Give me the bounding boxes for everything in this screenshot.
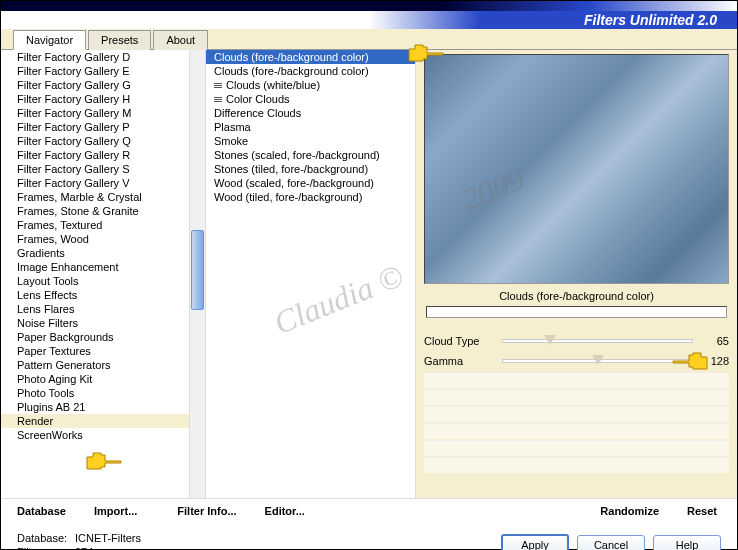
category-item[interactable]: Plugins AB 21 [1, 400, 189, 414]
filter-item-label: Clouds (fore-/background color) [214, 51, 369, 63]
category-item[interactable]: Filter Factory Gallery E [1, 64, 189, 78]
filter-item[interactable]: Color Clouds [206, 92, 415, 106]
tab-about[interactable]: About [153, 30, 208, 50]
filter-item-label: Color Clouds [226, 93, 290, 105]
tab-bar: NavigatorPresetsAbout [1, 29, 737, 50]
filter-item-label: Smoke [214, 135, 248, 147]
randomize-link[interactable]: Randomize [600, 505, 659, 517]
filters-count-label: Filters: [17, 545, 75, 550]
apply-button[interactable]: Apply [501, 534, 569, 550]
import-link[interactable]: Import... [94, 505, 137, 517]
filter-item[interactable]: Stones (scaled, fore-/background) [206, 148, 415, 162]
filter-item-label: Difference Clouds [214, 107, 301, 119]
slider-label: Gamma [424, 355, 494, 367]
filter-item-label: Plasma [214, 121, 251, 133]
category-item[interactable]: Image Enhancement [1, 260, 189, 274]
category-item[interactable]: Frames, Stone & Granite [1, 204, 189, 218]
filter-item[interactable]: Clouds (fore-/background color) [206, 50, 415, 64]
filter-item[interactable]: Difference Clouds [206, 106, 415, 120]
right-panel: Clouds (fore-/background color) Cloud Ty… [416, 50, 737, 498]
filter-item-label: Stones (scaled, fore-/background) [214, 149, 380, 161]
cancel-button[interactable]: Cancel [577, 535, 645, 550]
window-top-border [1, 1, 737, 11]
action-link-bar: Database Import... Filter Info... Editor… [1, 498, 737, 523]
filter-item-label: Clouds (fore-/background color) [214, 65, 369, 77]
category-item[interactable]: Lens Flares [1, 302, 189, 316]
category-item[interactable]: Frames, Wood [1, 232, 189, 246]
category-item[interactable]: Filter Factory Gallery D [1, 50, 189, 64]
category-item[interactable]: Filter Factory Gallery M [1, 106, 189, 120]
category-item[interactable]: ScreenWorks [1, 428, 189, 442]
slider-value: 128 [701, 355, 729, 367]
filter-info-link[interactable]: Filter Info... [177, 505, 236, 517]
filter-item-label: Wood (tiled, fore-/background) [214, 191, 362, 203]
database-info: Database: ICNET-Filters Filters: 974 [17, 531, 141, 550]
category-item[interactable]: Lens Effects [1, 288, 189, 302]
slider-empty-row [424, 389, 729, 405]
db-label: Database: [17, 531, 75, 545]
slider-label: Cloud Type [424, 335, 494, 347]
filter-item[interactable]: Clouds (fore-/background color) [206, 64, 415, 78]
category-item[interactable]: Filter Factory Gallery R [1, 148, 189, 162]
filter-item-label: Wood (scaled, fore-/background) [214, 177, 374, 189]
preset-icon [214, 83, 222, 88]
header-bar: Filters Unlimited 2.0 [1, 11, 737, 29]
category-item[interactable]: Filter Factory Gallery G [1, 78, 189, 92]
preview-image [424, 54, 729, 284]
filter-item[interactable]: Clouds (white/blue) [206, 78, 415, 92]
slider-empty-row [424, 423, 729, 439]
tab-presets[interactable]: Presets [88, 30, 151, 50]
slider-thumb[interactable] [544, 335, 556, 345]
category-item[interactable]: Filter Factory Gallery H [1, 92, 189, 106]
app-title: Filters Unlimited 2.0 [584, 12, 717, 28]
slider-empty-row [424, 372, 729, 388]
preset-icon [214, 97, 222, 102]
slider-empty-row [424, 440, 729, 456]
slider-thumb[interactable] [592, 355, 604, 365]
db-name: ICNET-Filters [75, 531, 141, 545]
filter-item[interactable]: Wood (tiled, fore-/background) [206, 190, 415, 204]
slider-track[interactable] [502, 359, 693, 363]
reset-link[interactable]: Reset [687, 505, 717, 517]
category-item[interactable]: Layout Tools [1, 274, 189, 288]
filter-item[interactable]: Smoke [206, 134, 415, 148]
slider-empty-row [424, 457, 729, 473]
filter-item[interactable]: Wood (scaled, fore-/background) [206, 176, 415, 190]
editor-link[interactable]: Editor... [265, 505, 305, 517]
category-item[interactable]: Frames, Textured [1, 218, 189, 232]
category-item[interactable]: Pattern Generators [1, 358, 189, 372]
scrollbar-thumb[interactable] [191, 230, 204, 310]
slider-value: 65 [701, 335, 729, 347]
category-item[interactable]: Frames, Marble & Crystal [1, 190, 189, 204]
category-item[interactable]: Filter Factory Gallery Q [1, 134, 189, 148]
filter-item[interactable]: Stones (tiled, fore-/background) [206, 162, 415, 176]
category-item[interactable]: Paper Backgrounds [1, 330, 189, 344]
slider-track[interactable] [502, 339, 693, 343]
category-item[interactable]: Render [1, 414, 189, 428]
preview-label: Clouds (fore-/background color) [424, 284, 729, 306]
category-item[interactable]: Filter Factory Gallery S [1, 162, 189, 176]
category-list[interactable]: Filter Factory Gallery DFilter Factory G… [1, 50, 189, 498]
help-button[interactable]: Help [653, 535, 721, 550]
category-item[interactable]: Paper Textures [1, 344, 189, 358]
slider-row: Cloud Type65 [424, 332, 729, 350]
slider-empty-row [424, 406, 729, 422]
category-scrollbar[interactable] [189, 50, 205, 498]
database-link[interactable]: Database [17, 505, 66, 517]
filters-count: 974 [75, 545, 93, 550]
filter-item[interactable]: Plasma [206, 120, 415, 134]
category-item[interactable]: Noise Filters [1, 316, 189, 330]
slider-row: Gamma128 [424, 352, 729, 370]
category-item[interactable]: Photo Tools [1, 386, 189, 400]
filter-item-label: Stones (tiled, fore-/background) [214, 163, 368, 175]
category-item[interactable]: Photo Aging Kit [1, 372, 189, 386]
progress-bar [426, 306, 727, 318]
category-panel: Filter Factory Gallery DFilter Factory G… [1, 50, 206, 498]
footer: Database: ICNET-Filters Filters: 974 App… [1, 523, 737, 550]
filter-item-label: Clouds (white/blue) [226, 79, 320, 91]
category-item[interactable]: Filter Factory Gallery P [1, 120, 189, 134]
category-item[interactable]: Filter Factory Gallery V [1, 176, 189, 190]
filter-list[interactable]: Clouds (fore-/background color)Clouds (f… [206, 50, 416, 498]
category-item[interactable]: Gradients [1, 246, 189, 260]
tab-navigator[interactable]: Navigator [13, 30, 86, 50]
